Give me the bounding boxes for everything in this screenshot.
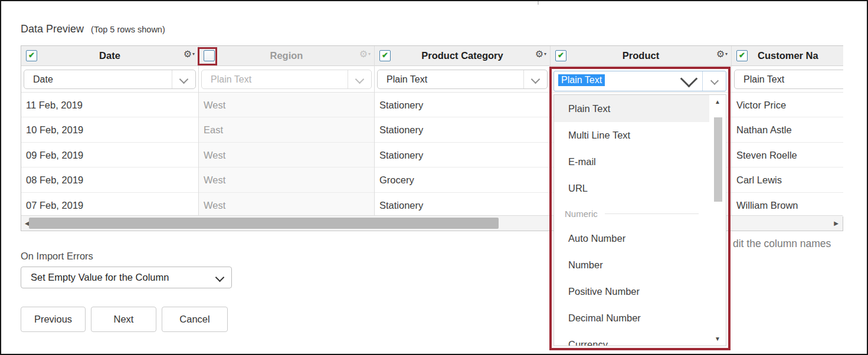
group-divider	[605, 213, 699, 214]
check-icon: ✔	[380, 51, 390, 60]
cell-region: East	[199, 117, 374, 142]
type-select-value: Plain Text	[743, 70, 784, 88]
column-header-product: ✔ Product ⚙▾	[551, 46, 731, 66]
previous-button[interactable]: Previous	[21, 307, 86, 332]
column-checkbox-region[interactable]	[204, 50, 215, 61]
cell-customer: Steven Roelle	[732, 143, 843, 167]
dropdown-scrollbar[interactable]: ▲ ▼	[709, 95, 726, 346]
type-cell-date: Date	[21, 66, 198, 93]
dropdown-item-auto-number[interactable]: Auto Number	[554, 225, 726, 252]
column-header-product-category: ✔ Product Category ⚙▾	[375, 46, 550, 66]
column-date: ✔ Date ⚙▾ Date 11 Feb, 2019 10 Feb, 2019…	[21, 46, 199, 216]
type-select-button[interactable]	[348, 70, 371, 88]
column-header-customer-name: ✔ Customer Na	[732, 46, 843, 66]
combobox-selected-text: Plain Text	[558, 74, 605, 86]
page-title: Data Preview	[21, 23, 84, 35]
dropdown-group-numeric: Numeric	[554, 202, 726, 225]
dropdown-item-multi-line-text[interactable]: Multi Line Text	[554, 122, 726, 149]
top-edge-notch	[538, 1, 539, 5]
dropdown-item-currency[interactable]: Currency	[554, 331, 726, 346]
type-cell-region: Plain Text	[199, 66, 374, 93]
column-product-category: ✔ Product Category ⚙▾ Plain Text Station…	[375, 46, 551, 216]
dropdown-item-url[interactable]: URL	[554, 175, 726, 202]
gear-icon[interactable]: ⚙▾	[359, 48, 371, 60]
dropdown-item-plain-text[interactable]: Plain Text	[554, 95, 726, 122]
dropdown-item-email[interactable]: E-mail	[554, 149, 726, 175]
page-subtitle: (Top 5 rows shown)	[91, 25, 165, 34]
cell-region: West	[199, 193, 374, 216]
product-type-combobox[interactable]: Plain Text	[553, 71, 726, 91]
cell-date: 07 Feb, 2019	[21, 193, 198, 216]
gear-icon[interactable]: ⚙▾	[535, 48, 546, 60]
column-header-region: Region ⚙▾	[199, 46, 374, 66]
column-checkbox-customer-name[interactable]: ✔	[736, 50, 748, 61]
page-header: Data Preview (Top 5 rows shown)	[21, 23, 165, 35]
cell-date: 10 Feb, 2019	[21, 117, 198, 142]
column-title-customer-name: Customer Na	[758, 46, 818, 65]
gear-caret-icon: ▾	[544, 51, 546, 57]
type-dropdown-panel: Plain Text Multi Line Text E-mail URL Nu…	[553, 94, 726, 346]
dropdown-item-positive-number[interactable]: Positive Number	[554, 278, 726, 305]
type-cell-product-category: Plain Text	[375, 66, 550, 93]
check-icon: ✔	[556, 51, 566, 60]
column-title-product: Product	[568, 46, 713, 65]
on-import-errors-label: On Import Errors	[21, 251, 93, 262]
dropdown-item-decimal-number[interactable]: Decimal Number	[554, 305, 726, 331]
on-import-errors-value: Set Empty Value for the Column	[31, 267, 169, 288]
chevron-down-icon	[179, 75, 189, 84]
column-title-date: Date	[39, 46, 181, 65]
cell-date: 08 Feb, 2019	[21, 167, 198, 192]
next-button[interactable]: Next	[91, 307, 156, 332]
type-select-date[interactable]: Date	[24, 70, 196, 89]
cell-region: West	[199, 93, 374, 117]
cancel-button[interactable]: Cancel	[162, 307, 228, 332]
column-customer-name: ✔ Customer Na Plain Text Victor Price Na…	[732, 46, 843, 216]
dropdown-item-number[interactable]: Number	[554, 252, 726, 278]
type-cell-customer-name: Plain Text	[732, 66, 843, 93]
chevron-down-icon[interactable]	[710, 77, 719, 85]
type-select-customer-name[interactable]: Plain Text	[734, 70, 843, 89]
dropdown-group-label: Numeric	[565, 209, 598, 219]
gear-icon[interactable]: ⚙▾	[716, 48, 728, 60]
cell-customer: William Brown	[732, 193, 843, 216]
scroll-down-icon[interactable]: ▼	[709, 336, 726, 342]
horizontal-scrollbar-thumb[interactable]	[29, 218, 499, 229]
type-select-region[interactable]: Plain Text	[201, 70, 372, 89]
type-select-product-category[interactable]: Plain Text	[377, 70, 548, 89]
cell-customer: Nathan Astle	[732, 117, 843, 142]
cell-category: Stationery	[375, 93, 550, 117]
cell-category: Stationery	[375, 117, 550, 142]
gear-caret-icon: ▾	[192, 51, 195, 57]
type-select-button[interactable]	[523, 70, 547, 88]
type-select-button[interactable]	[172, 70, 195, 88]
cursor-chevron-icon	[680, 70, 698, 88]
dropdown-scrollbar-thumb[interactable]	[714, 117, 722, 202]
chevron-down-icon	[215, 273, 225, 282]
scroll-up-icon[interactable]: ▲	[709, 98, 726, 105]
gear-icon[interactable]: ⚙▾	[184, 48, 195, 60]
cell-category: Stationery	[375, 143, 550, 167]
cell-category: Stationery	[375, 193, 550, 216]
product-type-dropdown-highlight: Plain Text Plain Text Multi Line Text E-…	[549, 67, 731, 350]
type-select-value: Date	[33, 70, 53, 88]
cell-date: 09 Feb, 2019	[21, 143, 198, 167]
column-region: Region ⚙▾ Plain Text West East West West…	[199, 46, 375, 216]
column-checkbox-product-category[interactable]: ✔	[379, 50, 391, 61]
gear-caret-icon: ▾	[725, 51, 728, 57]
chevron-down-icon	[355, 75, 365, 84]
edit-column-names-hint: dit the column names	[733, 238, 831, 250]
scroll-right-icon[interactable]: ▶	[834, 216, 838, 231]
gear-caret-icon: ▾	[368, 51, 371, 57]
on-import-errors-select[interactable]: Set Empty Value for the Column	[21, 267, 232, 288]
cell-customer: Victor Price	[732, 93, 843, 117]
column-checkbox-product[interactable]: ✔	[555, 50, 566, 61]
type-select-value: Plain Text	[211, 70, 251, 88]
check-icon: ✔	[737, 51, 747, 60]
column-checkbox-date[interactable]: ✔	[26, 50, 37, 61]
import-wizard-page: Data Preview (Top 5 rows shown) ✔ Date ⚙…	[0, 0, 868, 355]
column-title-product-category: Product Category	[392, 46, 532, 65]
cell-date: 11 Feb, 2019	[21, 93, 198, 117]
cell-region: West	[199, 143, 374, 167]
cell-region: West	[199, 167, 374, 192]
type-select-value: Plain Text	[386, 70, 427, 88]
